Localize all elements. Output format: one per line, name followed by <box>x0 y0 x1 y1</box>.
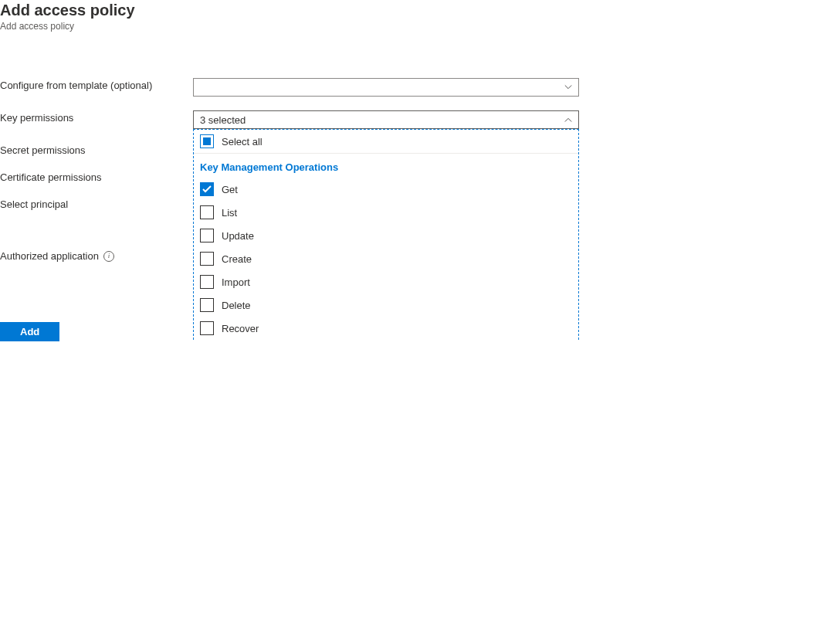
option-label: List <box>222 207 237 219</box>
authorized-application-label: Authorized application i <box>0 249 193 262</box>
dropdown-option[interactable]: Delete <box>194 293 578 317</box>
add-button[interactable]: Add <box>0 322 59 341</box>
breadcrumb: Add access policy <box>0 21 840 32</box>
dropdown-option[interactable]: List <box>194 201 578 224</box>
option-label: Create <box>222 253 252 265</box>
option-checkbox[interactable] <box>200 252 214 266</box>
secret-permissions-label: Secret permissions <box>0 143 193 156</box>
certificate-permissions-label: Certificate permissions <box>0 170 193 183</box>
dropdown-option[interactable]: Update <box>194 224 578 247</box>
option-checkbox[interactable] <box>200 298 214 312</box>
option-checkbox[interactable] <box>200 205 214 219</box>
key-permissions-select[interactable]: 3 selected <box>193 110 579 129</box>
select-principal-label: Select principal <box>0 197 193 210</box>
dropdown-option[interactable]: Import <box>194 270 578 293</box>
dropdown-group-header: Key Management Operations <box>194 154 578 178</box>
page-title: Add access policy <box>0 2 840 19</box>
key-permissions-label: Key permissions <box>0 110 193 124</box>
template-label: Configure from template (optional) <box>0 78 193 91</box>
dropdown-option[interactable]: Create <box>194 247 578 270</box>
key-permissions-summary: 3 selected <box>200 114 246 126</box>
option-checkbox[interactable] <box>200 275 214 289</box>
option-checkbox[interactable] <box>200 182 214 196</box>
option-label: Update <box>222 230 254 242</box>
dropdown-option[interactable]: Recover <box>194 317 578 340</box>
option-label: Delete <box>222 300 251 311</box>
template-select[interactable] <box>193 78 579 97</box>
select-all-checkbox[interactable] <box>200 134 214 148</box>
chevron-up-icon <box>564 116 572 124</box>
select-all-label: Select all <box>222 136 262 148</box>
dropdown-option[interactable]: Backup <box>194 340 578 341</box>
option-label: Import <box>222 276 250 288</box>
option-label: Recover <box>222 323 259 334</box>
option-checkbox[interactable] <box>200 229 214 242</box>
option-label: Get <box>222 184 238 195</box>
info-icon[interactable]: i <box>103 251 114 262</box>
chevron-down-icon <box>564 83 572 91</box>
select-all-option[interactable]: Select all <box>194 130 578 154</box>
option-checkbox[interactable] <box>200 321 214 335</box>
key-permissions-dropdown: Select all Key Management OperationsGetL… <box>193 129 579 341</box>
dropdown-option[interactable]: Get <box>194 178 578 201</box>
